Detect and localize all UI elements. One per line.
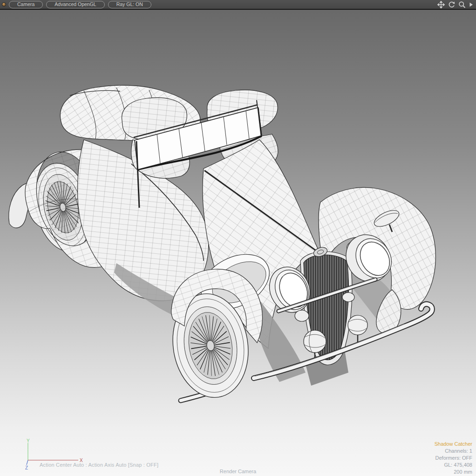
y-axis-label: Y [27, 439, 30, 443]
shading-mode-button[interactable]: Advanced OpenGL [46, 1, 104, 8]
viewport-nav-icons [437, 1, 476, 8]
viewport-options-dot-button[interactable] [2, 2, 6, 7]
ray-gl-toggle-button[interactable]: Ray GL: ON [108, 1, 151, 8]
camera-selector-button[interactable]: Camera [9, 1, 43, 8]
viewport-toolbar: Camera Advanced OpenGL Ray GL: ON [0, 0, 476, 10]
modo-3d-viewport-window: Camera Advanced OpenGL Ray GL: ON [0, 0, 476, 476]
gl-polycount-label: GL: 475,408 [435, 462, 472, 469]
rotate-icon[interactable] [448, 1, 455, 8]
expand-icon[interactable] [469, 2, 473, 7]
z-axis-label: Z [25, 465, 28, 470]
z-axis-line [27, 460, 28, 465]
render-camera-label: Render Camera [220, 469, 256, 474]
zoom-icon[interactable] [458, 1, 466, 8]
focal-length-label: 200 mm [435, 469, 472, 476]
car-mesh-root[interactable] [9, 85, 436, 403]
action-center-status: Action Center Auto : Action Axis Auto [S… [40, 462, 158, 468]
pan-icon[interactable] [437, 1, 445, 8]
wireframe-car-model[interactable] [0, 0, 476, 476]
deformers-label: Deformers: OFF [435, 455, 472, 462]
channels-label: Channels: 1 [435, 448, 472, 455]
viewport-hud-info: Shadow Catcher Channels: 1 Deformers: OF… [435, 441, 472, 476]
shadow-catcher-label: Shadow Catcher [435, 441, 472, 448]
